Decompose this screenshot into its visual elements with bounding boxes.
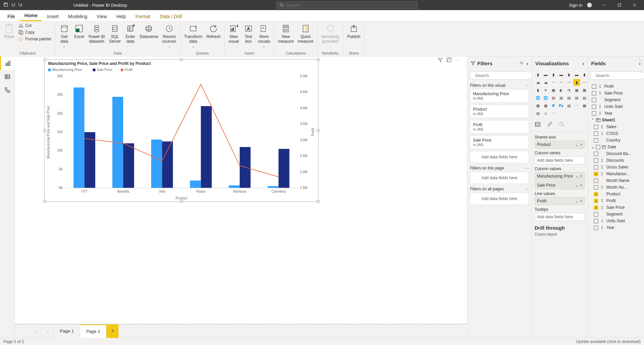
viz-type-icon[interactable]: ▦	[550, 87, 557, 93]
field-item[interactable]: Country	[592, 137, 641, 144]
viz-type-icon[interactable]: ◐	[558, 87, 565, 93]
field-item[interactable]: ΣYear	[590, 110, 641, 117]
viz-type-icon[interactable]: ▤	[566, 94, 572, 101]
viz-type-icon[interactable]: ▮	[573, 79, 580, 86]
refresh-button[interactable]: Refresh	[205, 22, 222, 40]
field-item[interactable]: ΣUnits Sold	[590, 103, 641, 110]
viz-type-icon[interactable]: ◇	[542, 110, 549, 117]
save-icon[interactable]	[3, 2, 8, 8]
field-item[interactable]: Segment	[592, 211, 641, 218]
chart-visual[interactable]: Manufacturing Price, Sale Price and Prof…	[44, 59, 318, 202]
minimize-button[interactable]	[597, 0, 612, 10]
fields-search[interactable]	[590, 71, 641, 80]
viz-type-icon[interactable]: ▬	[573, 71, 580, 78]
field-item[interactable]: ΣDiscounts	[592, 157, 641, 164]
collapse-ribbon-icon[interactable]: ︿	[639, 56, 644, 63]
viz-type-icon[interactable]: ▮	[535, 71, 541, 78]
excel-button[interactable]: XExcel	[72, 22, 86, 40]
pbi-datasets-button[interactable]: Power BI datasets	[87, 22, 107, 45]
filters-page-more-icon[interactable]: ···	[526, 166, 529, 170]
viz-type-icon[interactable]: ▤	[558, 94, 565, 101]
enter-data-button[interactable]: +Enter data	[123, 22, 137, 45]
report-canvas[interactable]: ··· Manufacturing Price, Sale Price and …	[15, 56, 467, 324]
text-box-button[interactable]: AText box	[241, 22, 256, 45]
column-values-mfg[interactable]: Manufacturing Price⌄×	[535, 172, 585, 180]
viz-type-icon[interactable]: ◔	[566, 87, 572, 93]
prev-page-button[interactable]: ‹	[30, 324, 42, 338]
filter-card[interactable]: Sale Priceis (All)	[470, 136, 529, 149]
viz-type-icon[interactable]: ▬	[542, 71, 549, 78]
viz-type-icon[interactable]: ▤	[566, 102, 572, 109]
redo-icon[interactable]	[18, 2, 23, 8]
filters-search[interactable]	[470, 71, 529, 80]
field-item[interactable]: ΣMonth Nu...	[592, 184, 641, 191]
field-item[interactable]: Segment	[590, 97, 641, 103]
viz-type-icon[interactable]: ▦	[581, 87, 587, 93]
viz-type-icon[interactable]: ▤	[535, 110, 541, 117]
viz-type-icon[interactable]: ▬	[558, 71, 565, 78]
close-button[interactable]	[627, 0, 642, 10]
field-item[interactable]: ✓ΣProfit	[592, 197, 641, 204]
tab-modeling[interactable]: Modeling	[63, 12, 92, 21]
field-item[interactable]: ΣGross Sales	[592, 164, 641, 170]
add-visual-filter-zone[interactable]: Add data fields here	[470, 151, 529, 163]
viz-type-icon[interactable]: ▮	[535, 87, 541, 93]
viz-type-icon[interactable]: ⋯	[550, 110, 557, 117]
sql-server-button[interactable]: SQL Server	[107, 22, 123, 45]
sheet1-node[interactable]: ⌃Sheet1	[590, 117, 641, 123]
paste-button[interactable]: Paste	[2, 22, 16, 40]
dataverse-button[interactable]: Dataverse	[138, 22, 160, 40]
filter-card[interactable]: Productis (All)	[470, 105, 529, 118]
copy-button[interactable]: Copy	[17, 29, 53, 36]
tooltips-well[interactable]: Add data fields here	[535, 213, 585, 221]
viz-type-icon[interactable]: ▤	[581, 94, 587, 101]
line-values-profit[interactable]: Profit⌄×	[535, 197, 585, 205]
more-options-icon[interactable]: ···	[455, 57, 461, 64]
data-view-icon[interactable]	[0, 70, 14, 83]
viz-type-icon[interactable]: ▤	[550, 94, 557, 101]
field-item[interactable]: ΣSales	[592, 123, 641, 130]
date-node[interactable]: ⌄Date	[590, 144, 641, 150]
field-item[interactable]: ✓ΣSale Price	[592, 204, 641, 211]
global-search[interactable]	[276, 1, 418, 9]
report-view-icon[interactable]	[0, 56, 14, 70]
viz-type-icon[interactable]: ▮	[581, 71, 587, 78]
format-tab-icon[interactable]	[547, 121, 553, 128]
field-item[interactable]: ΣYear	[592, 224, 641, 231]
new-measure-button[interactable]: New measure	[276, 22, 296, 45]
field-item[interactable]: ΣCOGS	[592, 130, 641, 137]
filter-card[interactable]: Profitis (All)	[470, 120, 529, 133]
field-item[interactable]: ΣProfit	[590, 83, 641, 90]
page-tab-1[interactable]: Page 1	[54, 324, 80, 338]
field-item[interactable]: ΣUnits Sold	[592, 218, 641, 224]
viz-type-icon[interactable]: 🌐	[535, 94, 541, 101]
tab-help[interactable]: Help	[111, 12, 131, 21]
filters-visual-more-icon[interactable]: ···	[526, 83, 529, 88]
filter-card[interactable]: Manufacturing Priceis (All)	[470, 89, 529, 103]
collapse-filters-icon[interactable]: ›	[527, 61, 528, 66]
viz-type-icon[interactable]: ▮	[550, 71, 557, 78]
tab-file[interactable]: File	[3, 12, 20, 21]
tab-home[interactable]: Home	[20, 11, 42, 21]
field-item[interactable]: Discount Ba...	[592, 150, 641, 157]
viz-type-icon[interactable]: Py	[558, 102, 565, 109]
shared-axis-well[interactable]: Product⌄×	[535, 141, 585, 149]
format-painter-button[interactable]: Format painter	[17, 36, 53, 42]
add-all-filter-zone[interactable]: Add data fields here	[470, 193, 529, 205]
get-data-button[interactable]: Get data⌄	[57, 22, 71, 49]
filters-all-more-icon[interactable]: ···	[526, 187, 529, 191]
collapse-viz-icon[interactable]: ›	[582, 61, 584, 66]
viz-type-icon[interactable]: 〰	[550, 79, 557, 86]
viz-type-icon[interactable]: ⋯	[573, 102, 580, 109]
quick-measure-button[interactable]: Quick measure	[296, 22, 315, 45]
visual-filter-icon[interactable]	[438, 57, 443, 64]
column-values-sale[interactable]: Sale Price⌄×	[535, 181, 585, 189]
more-visuals-button[interactable]: More visuals⌄	[256, 22, 272, 49]
viz-type-icon[interactable]: ▾	[542, 87, 549, 93]
fields-tab-icon[interactable]	[535, 121, 541, 128]
tab-view[interactable]: View	[92, 12, 111, 21]
global-search-input[interactable]	[286, 3, 415, 8]
viz-type-icon[interactable]: ▦	[535, 102, 541, 109]
cut-button[interactable]: Cut	[17, 22, 53, 29]
viz-type-icon[interactable]: ▦	[542, 102, 549, 109]
